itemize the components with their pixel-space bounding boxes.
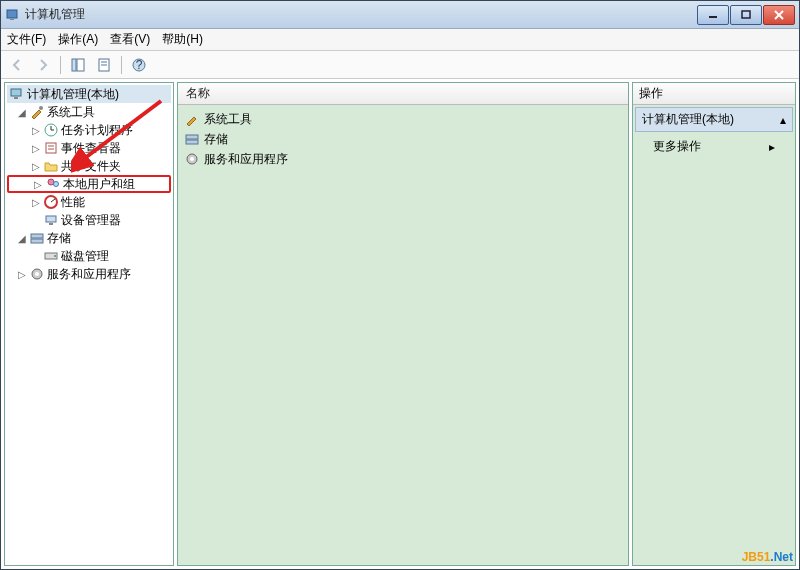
menubar: 文件(F) 操作(A) 查看(V) 帮助(H) [1, 29, 799, 51]
actions-section-label: 计算机管理(本地) [642, 111, 734, 128]
tools-icon [29, 104, 45, 120]
svg-rect-1 [10, 19, 14, 20]
menu-view[interactable]: 查看(V) [110, 31, 150, 48]
expand-icon[interactable]: ▷ [31, 197, 41, 208]
svg-rect-19 [46, 143, 56, 153]
toolbar: ? [1, 51, 799, 79]
help-button[interactable]: ? [127, 54, 151, 76]
minimize-button[interactable] [697, 5, 729, 25]
svg-rect-0 [7, 10, 17, 18]
content-list[interactable]: 系统工具 存储 服务和应用程序 [178, 105, 628, 565]
computer-icon [9, 86, 25, 102]
tree-label: 本地用户和组 [63, 176, 135, 193]
svg-rect-13 [11, 89, 21, 96]
svg-point-37 [190, 157, 194, 161]
actions-header: 操作 [633, 83, 795, 105]
svg-rect-6 [72, 59, 76, 71]
tree-performance[interactable]: ▷ 性能 [7, 193, 171, 211]
main-body: 计算机管理(本地) ◢ 系统工具 ▷ 任务计划程序 ▷ 事件查看器 [1, 79, 799, 569]
column-header-name[interactable]: 名称 [178, 83, 628, 105]
tree-storage[interactable]: ◢ 存储 [7, 229, 171, 247]
window-title: 计算机管理 [25, 6, 696, 23]
tree-shared-folders[interactable]: ▷ 共享文件夹 [7, 157, 171, 175]
expand-icon[interactable]: ▷ [31, 143, 41, 154]
menu-file[interactable]: 文件(F) [7, 31, 46, 48]
toolbar-sep [121, 56, 122, 74]
expand-icon[interactable]: ▷ [31, 125, 41, 136]
users-icon [45, 176, 61, 192]
svg-point-33 [35, 272, 39, 276]
close-button[interactable] [763, 5, 795, 25]
expand-icon[interactable]: ▷ [17, 269, 27, 280]
svg-rect-35 [186, 140, 198, 144]
tree-label: 事件查看器 [61, 140, 121, 157]
list-item-storage[interactable]: 存储 [184, 129, 622, 149]
show-hide-tree-button[interactable] [66, 54, 90, 76]
svg-point-31 [54, 255, 56, 257]
list-label: 服务和应用程序 [204, 151, 288, 168]
app-icon [5, 7, 21, 23]
titlebar[interactable]: 计算机管理 [1, 1, 799, 29]
svg-rect-29 [31, 239, 43, 243]
tree-label: 服务和应用程序 [47, 266, 131, 283]
chevron-up-icon: ▴ [780, 113, 786, 127]
tree-label: 存储 [47, 230, 71, 247]
svg-line-25 [51, 199, 55, 202]
window-controls [696, 5, 795, 25]
event-icon [43, 140, 59, 156]
svg-rect-26 [46, 216, 56, 222]
tree-local-users-groups[interactable]: ▷ 本地用户和组 [7, 175, 171, 193]
list-item-services-apps[interactable]: 服务和应用程序 [184, 149, 622, 169]
tree-root-node[interactable]: 计算机管理(本地) [7, 85, 171, 103]
menu-help[interactable]: 帮助(H) [162, 31, 203, 48]
tree-device-manager[interactable]: 设备管理器 [7, 211, 171, 229]
tree-task-scheduler[interactable]: ▷ 任务计划程序 [7, 121, 171, 139]
maximize-button[interactable] [730, 5, 762, 25]
disk-icon [43, 248, 59, 264]
services-icon [184, 151, 200, 167]
tree-label: 计算机管理(本地) [27, 86, 119, 103]
center-panel: 名称 系统工具 存储 服务和应用程序 [177, 82, 629, 566]
svg-rect-34 [186, 135, 198, 139]
svg-rect-28 [31, 234, 43, 238]
expand-icon[interactable]: ▷ [33, 179, 43, 190]
more-actions[interactable]: 更多操作 ▸ [633, 134, 795, 159]
shared-folder-icon [43, 158, 59, 174]
svg-rect-3 [742, 11, 750, 18]
list-item-system-tools[interactable]: 系统工具 [184, 109, 622, 129]
more-actions-label: 更多操作 [653, 138, 701, 155]
expand-icon[interactable]: ▷ [31, 161, 41, 172]
performance-icon [43, 194, 59, 210]
back-button [5, 54, 29, 76]
list-label: 存储 [204, 131, 228, 148]
tree-event-viewer[interactable]: ▷ 事件查看器 [7, 139, 171, 157]
svg-rect-7 [77, 59, 84, 71]
tree-services-apps[interactable]: ▷ 服务和应用程序 [7, 265, 171, 283]
menu-action[interactable]: 操作(A) [58, 31, 98, 48]
tree-label: 任务计划程序 [61, 122, 133, 139]
chevron-right-icon: ▸ [769, 140, 775, 154]
tools-icon [184, 111, 200, 127]
tree-label: 磁盘管理 [61, 248, 109, 265]
tree-disk-management[interactable]: 磁盘管理 [7, 247, 171, 265]
watermark: JB51.Net [742, 547, 793, 565]
tree-system-tools[interactable]: ◢ 系统工具 [7, 103, 171, 121]
list-label: 系统工具 [204, 111, 252, 128]
app-window: 计算机管理 文件(F) 操作(A) 查看(V) 帮助(H) ? 计算机管理(本地… [0, 0, 800, 570]
tree-label: 系统工具 [47, 104, 95, 121]
device-icon [43, 212, 59, 228]
svg-point-15 [39, 106, 43, 110]
storage-icon [29, 230, 45, 246]
collapse-icon[interactable]: ◢ [17, 107, 27, 118]
svg-rect-27 [49, 223, 53, 225]
collapse-icon[interactable]: ◢ [17, 233, 27, 244]
tree-label: 性能 [61, 194, 85, 211]
forward-button [31, 54, 55, 76]
properties-button[interactable] [92, 54, 116, 76]
tree-panel[interactable]: 计算机管理(本地) ◢ 系统工具 ▷ 任务计划程序 ▷ 事件查看器 [4, 82, 174, 566]
clock-icon [43, 122, 59, 138]
actions-panel: 操作 计算机管理(本地) ▴ 更多操作 ▸ [632, 82, 796, 566]
actions-section-header[interactable]: 计算机管理(本地) ▴ [635, 107, 793, 132]
tree-label: 共享文件夹 [61, 158, 121, 175]
storage-icon [184, 131, 200, 147]
